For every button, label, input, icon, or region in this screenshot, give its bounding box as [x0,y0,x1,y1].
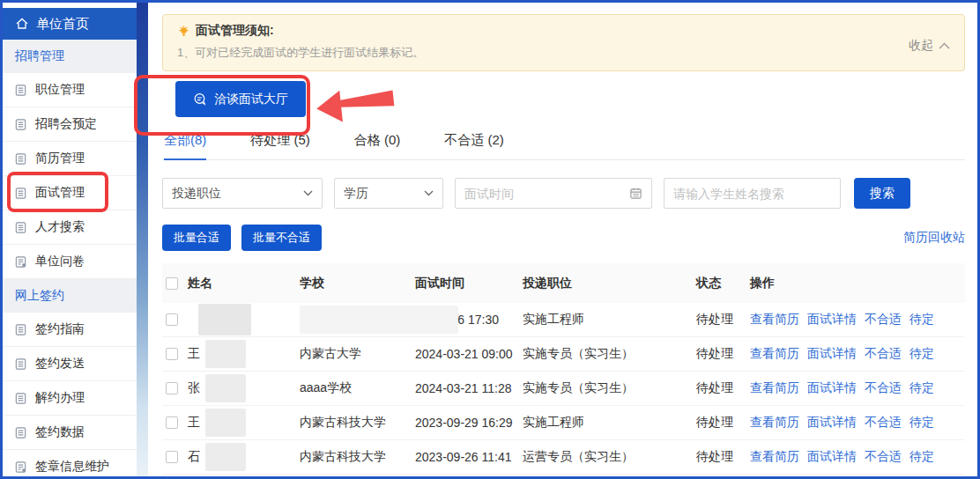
table-row: 张 aaaa学校 2024-03-21 11:28 实施专员（实习生） 待处理 … [162,372,965,406]
interview-date-input[interactable] [455,178,652,209]
app-window: 单位首页 招聘管理 职位管理 招聘会预定 简历管理 [0,0,980,479]
redacted-school [300,306,458,334]
sidebar-item-termination[interactable]: 解约办理 [3,381,137,416]
chevron-down-icon [303,190,313,196]
sidebar-item-signing-data[interactable]: 签约数据 [3,416,137,450]
interview-detail-link[interactable]: 面试详情 [807,380,857,396]
tab-unsuitable[interactable]: 不合适 (2) [444,132,504,160]
tab-qualified[interactable]: 合格 (0) [354,132,401,160]
header-school: 学校 [300,276,415,291]
document-icon [14,221,27,234]
document-icon [14,392,27,405]
header-time: 面试时间 [415,276,523,291]
sidebar-item-seal-info[interactable]: 签章信息维护 [3,450,137,476]
batch-unsuitable-button[interactable]: 批量不合适 [241,225,322,251]
status-badge: 待处理 [696,312,750,328]
undecided-link[interactable]: 待定 [909,449,934,465]
cell-name: 张 [188,380,200,396]
tab-bar: 全部(8) 待处理 (5) 合格 (0) 不合适 (2) [162,132,965,160]
cell-position: 实施工程师 [523,312,696,328]
cell-time: 2024-03-21 11:28 [415,381,523,395]
degree-select-value: 学历 [344,186,368,202]
tab-pending[interactable]: 待处理 (5) [250,132,310,160]
interview-detail-link[interactable]: 面试详情 [807,449,857,465]
undecided-link[interactable]: 待定 [909,312,934,328]
cell-position: 运营专员（实习生） [523,449,696,465]
cell-school: 内蒙古科技大学 [300,415,415,431]
sidebar-item-label: 单位问卷 [35,254,85,269]
tab-all[interactable]: 全部(8) [164,132,206,160]
document-icon [14,323,27,336]
view-resume-link[interactable]: 查看简历 [750,415,799,431]
cell-time: 2023-09-26 11:41 [415,450,523,464]
unsuitable-link[interactable]: 不合适 [865,415,902,431]
batch-suitable-button[interactable]: 批量合适 [162,225,231,251]
row-checkbox[interactable] [166,382,178,394]
select-all-checkbox[interactable] [166,277,178,290]
document-icon [14,152,27,166]
sidebar-home[interactable]: 单位首页 [3,8,137,40]
view-resume-link[interactable]: 查看简历 [750,346,799,362]
sidebar-item-resume-mgmt[interactable]: 简历管理 [3,142,137,176]
sidebar-item-position-mgmt[interactable]: 职位管理 [3,73,137,107]
cell-position: 实施工程师 [523,415,696,431]
collapse-toggle[interactable]: 收起 [909,38,950,54]
sidebar-section-recruitment: 招聘管理 [3,40,137,73]
interview-detail-link[interactable]: 面试详情 [807,415,857,431]
interview-table: 姓名 学校 面试时间 投递职位 状态 操作 24-12-16 17:30 实施工… [162,263,965,475]
home-icon [15,17,29,31]
undecided-link[interactable]: 待定 [909,380,934,396]
sidebar-item-signing-send[interactable]: 签约发送 [3,347,137,381]
interview-detail-link[interactable]: 面试详情 [807,346,857,362]
position-select[interactable]: 投递职位 [162,178,323,209]
form-icon [14,255,27,269]
collapse-label: 收起 [909,38,933,54]
sidebar-item-label: 签约指南 [35,321,85,337]
sidebar-item-talent-search[interactable]: 人才搜索 [3,210,137,245]
interview-date-field[interactable] [464,187,629,201]
row-checkbox[interactable] [166,348,178,360]
row-checkbox[interactable] [166,451,178,463]
unsuitable-link[interactable]: 不合适 [865,380,902,396]
search-button[interactable]: 搜索 [854,178,910,209]
undecided-link[interactable]: 待定 [909,346,934,362]
status-badge: 待处理 [696,346,750,362]
view-resume-link[interactable]: 查看简历 [750,380,799,396]
unsuitable-link[interactable]: 不合适 [865,346,902,362]
chat-icon [193,92,207,107]
document-icon [14,357,27,371]
row-checkbox[interactable] [166,416,178,429]
view-resume-link[interactable]: 查看简历 [750,449,799,465]
batch-action-row: 批量合适 批量不合适 简历回收站 [162,225,965,251]
sidebar-item-jobfair-booking[interactable]: 招聘会预定 [3,107,137,142]
form-icon [14,461,27,474]
view-resume-link[interactable]: 查看简历 [750,312,799,328]
row-checkbox[interactable] [166,313,178,326]
cell-time: 2023-09-29 16:29 [415,416,523,430]
cell-time: 2024-03-21 09:00 [415,347,523,361]
redacted-name [205,409,246,437]
sidebar-item-interview-mgmt[interactable]: 面试管理 [3,176,137,210]
sidebar-item-label: 解约办理 [35,390,85,406]
resume-recycle-link[interactable]: 简历回收站 [903,230,965,246]
interview-hall-button[interactable]: 洽谈面试大厅 [175,81,306,117]
undecided-link[interactable]: 待定 [909,415,934,431]
degree-select[interactable]: 学历 [334,178,443,209]
student-name-search[interactable] [664,178,841,209]
student-name-field[interactable] [673,187,831,201]
redacted-name [205,374,246,402]
interview-detail-link[interactable]: 面试详情 [807,312,857,328]
main-content: 面试管理须知: 1、可对已经完成面试的学生进行面试结果标记。 收起 [148,3,977,476]
notice-line: 1、可对已经完成面试的学生进行面试结果标记。 [177,45,950,61]
header-status: 状态 [696,276,750,291]
unsuitable-link[interactable]: 不合适 [865,449,902,465]
sidebar-section-online-signing: 网上签约 [3,279,137,313]
sidebar: 单位首页 招聘管理 职位管理 招聘会预定 简历管理 [3,3,137,476]
sidebar-item-questionnaire[interactable]: 单位问卷 [3,245,137,279]
unsuitable-link[interactable]: 不合适 [865,312,902,328]
sidebar-item-label: 面试管理 [35,185,85,201]
notice-title-row: 面试管理须知: [177,23,950,39]
chevron-down-icon [424,190,434,196]
calendar-icon [629,187,642,200]
sidebar-item-signing-guide[interactable]: 签约指南 [3,313,137,347]
